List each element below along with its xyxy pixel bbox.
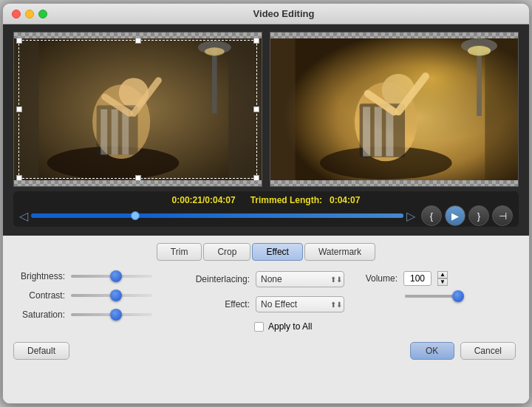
deinterlacing-select[interactable]: None All Frames Top Field Bottom Field xyxy=(256,271,344,287)
mark-out-button[interactable]: } xyxy=(468,205,489,226)
volume-slider[interactable] xyxy=(405,295,464,298)
maximize-button[interactable] xyxy=(38,10,47,18)
controls-grid: Brightness: Contrast: Saturation: xyxy=(13,271,519,332)
mark-in-button[interactable]: { xyxy=(421,205,442,226)
titlebar: Video Editing xyxy=(3,4,529,24)
tabs: Trim Crop Effect Watermark xyxy=(13,243,519,261)
cancel-button[interactable]: Cancel xyxy=(460,342,516,360)
svg-rect-8 xyxy=(112,109,118,154)
scrubber-left-arrow: ◁ xyxy=(19,209,28,223)
default-button[interactable]: Default xyxy=(13,342,69,360)
tab-crop[interactable]: Crop xyxy=(203,243,250,261)
bottom-buttons: Default OK Cancel xyxy=(13,342,519,360)
apply-to-all-label: Apply to All xyxy=(268,321,312,332)
traffic-lights xyxy=(12,10,47,18)
controls-panel: Trim Crop Effect Watermark Brightness: C… xyxy=(3,236,529,403)
volume-slider-thumb[interactable] xyxy=(452,290,464,302)
contrast-thumb[interactable] xyxy=(110,290,122,301)
deinterlacing-row: Deinterlacing: None All Frames Top Field… xyxy=(183,271,346,287)
brightness-label: Brightness: xyxy=(13,271,65,281)
saturation-label: Saturation: xyxy=(13,309,65,320)
apply-to-all-row: Apply to All xyxy=(183,321,346,332)
deinterlacing-label: Deinterlacing: xyxy=(183,274,250,284)
window-title: Video Editing xyxy=(47,8,520,19)
volume-label: Volume: xyxy=(361,273,398,284)
video-panel-left xyxy=(13,32,262,187)
contrast-label: Contrast: xyxy=(13,290,65,301)
timeline-area: 0:00:21/0:04:07 Trimmed Length: 0:04:07 … xyxy=(13,191,519,227)
volume-slider-area xyxy=(361,295,471,309)
volume-up-button[interactable]: ▲ xyxy=(437,271,448,278)
play-button[interactable]: ▶ xyxy=(445,205,466,226)
effect-label: Effect: xyxy=(183,299,250,309)
controls-center: Deinterlacing: None All Frames Top Field… xyxy=(183,271,346,332)
contrast-slider[interactable] xyxy=(71,294,152,297)
current-time: 0:00:21/0:04:07 xyxy=(172,195,236,205)
volume-down-button[interactable]: ▼ xyxy=(437,278,448,286)
close-button[interactable] xyxy=(12,10,21,18)
apply-to-all-checkbox[interactable] xyxy=(254,322,264,332)
brightness-row: Brightness: xyxy=(13,271,168,281)
contrast-row: Contrast: xyxy=(13,290,168,301)
scrubber-thumb[interactable] xyxy=(131,211,140,220)
trim-length-label: Trimmed Length: 0:04:07 xyxy=(250,195,361,205)
svg-rect-10 xyxy=(212,47,217,113)
controls-left: Brightness: Contrast: Saturation: xyxy=(13,271,168,332)
effect-row: Effect: No Effect Sepia Grayscale Negati… xyxy=(183,296,346,312)
svg-rect-1 xyxy=(14,38,39,180)
saturation-row: Saturation: xyxy=(13,309,168,320)
effect-select[interactable]: No Effect Sepia Grayscale Negative Embos… xyxy=(256,296,344,312)
tab-effect[interactable]: Effect xyxy=(252,243,302,261)
tab-trim[interactable]: Trim xyxy=(157,243,202,261)
ok-button[interactable]: OK xyxy=(410,342,454,360)
svg-rect-2 xyxy=(228,38,262,180)
brightness-thumb[interactable] xyxy=(110,270,122,282)
saturation-thumb[interactable] xyxy=(110,309,122,321)
controls-right: Volume: ▲ ▼ xyxy=(361,271,471,332)
skip-end-button[interactable]: ⊣ xyxy=(492,205,513,226)
main-window: Video Editing xyxy=(2,3,530,404)
video-panel-right xyxy=(270,32,519,187)
tab-watermark[interactable]: Watermark xyxy=(304,243,375,261)
svg-rect-7 xyxy=(100,109,107,154)
minimize-button[interactable] xyxy=(25,10,34,18)
scrubber[interactable]: ◁ ▷ { ▶ } ⊣ xyxy=(19,208,513,223)
volume-stepper: ▲ ▼ xyxy=(437,271,448,286)
volume-row: Volume: ▲ ▼ xyxy=(361,271,471,286)
time-display: 0:00:21/0:04:07 Trimmed Length: 0:04:07 xyxy=(19,195,513,205)
scrubber-track[interactable] xyxy=(31,213,403,218)
volume-input[interactable] xyxy=(403,271,432,286)
svg-point-12 xyxy=(205,47,225,55)
scrubber-right-arrow: ▷ xyxy=(406,209,415,223)
video-area: 0:00:21/0:04:07 Trimmed Length: 0:04:07 … xyxy=(3,24,529,236)
video-panels xyxy=(13,32,519,187)
deinterlacing-select-wrapper: None All Frames Top Field Bottom Field ⬆… xyxy=(256,271,344,287)
saturation-slider[interactable] xyxy=(71,313,152,316)
brightness-slider[interactable] xyxy=(71,275,152,278)
effect-select-wrapper: No Effect Sepia Grayscale Negative Embos… xyxy=(256,296,344,312)
volume-slider-fill xyxy=(405,295,455,298)
